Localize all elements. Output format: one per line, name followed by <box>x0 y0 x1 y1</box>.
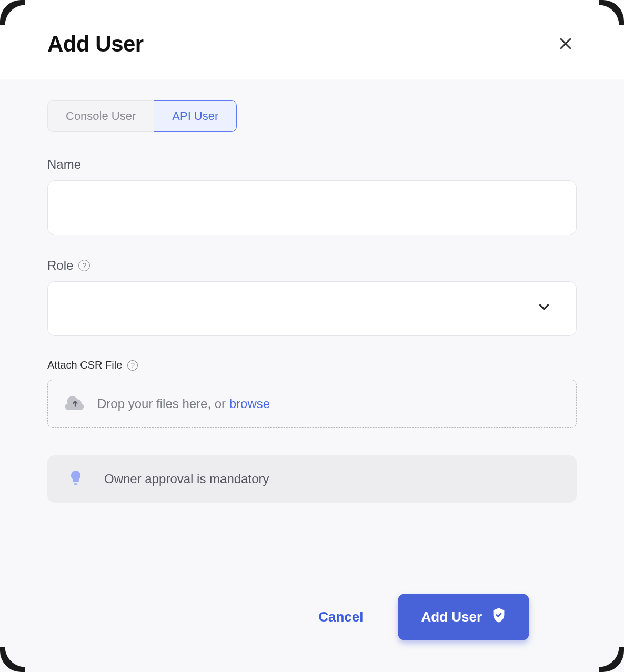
csr-dropzone[interactable]: Drop your files here, or browse <box>47 380 577 428</box>
role-select[interactable] <box>47 281 577 336</box>
chevron-down-icon <box>536 299 552 318</box>
role-label: Role ? <box>47 258 577 273</box>
csr-field: Attach CSR File ? Drop your files here, … <box>47 359 577 428</box>
name-field: Name <box>47 157 577 235</box>
csr-label-text: Attach CSR File <box>47 359 122 371</box>
info-banner: Owner approval is mandatory <box>47 455 577 503</box>
shield-check-icon <box>491 607 506 627</box>
user-type-tabs: Console User API User <box>47 100 577 132</box>
info-text: Owner approval is mandatory <box>104 472 269 486</box>
name-label: Name <box>47 157 577 172</box>
browse-link[interactable]: browse <box>229 396 270 411</box>
help-icon[interactable]: ? <box>127 360 138 371</box>
role-label-text: Role <box>47 258 73 273</box>
csr-label: Attach CSR File ? <box>47 359 577 371</box>
help-icon[interactable]: ? <box>78 260 90 271</box>
dialog-footer: Cancel Add User <box>47 541 577 672</box>
close-button[interactable] <box>555 33 577 56</box>
name-input[interactable] <box>47 180 577 235</box>
svg-rect-2 <box>74 483 78 485</box>
dropzone-text: Drop your files here, or browse <box>97 396 270 411</box>
tab-console-user[interactable]: Console User <box>47 100 154 132</box>
add-user-button[interactable]: Add User <box>398 594 529 640</box>
role-field: Role ? <box>47 258 577 336</box>
close-icon <box>558 36 573 53</box>
add-user-dialog: Add User Console User API User Name Role… <box>0 0 624 672</box>
tab-api-user[interactable]: API User <box>154 100 237 132</box>
dialog-body: Console User API User Name Role ? Attach… <box>0 79 624 672</box>
dialog-header: Add User <box>0 0 624 79</box>
upload-icon <box>65 395 86 412</box>
add-user-button-label: Add User <box>421 609 482 625</box>
lightbulb-icon <box>68 470 83 488</box>
cancel-button[interactable]: Cancel <box>315 604 366 630</box>
dialog-title: Add User <box>47 32 144 57</box>
